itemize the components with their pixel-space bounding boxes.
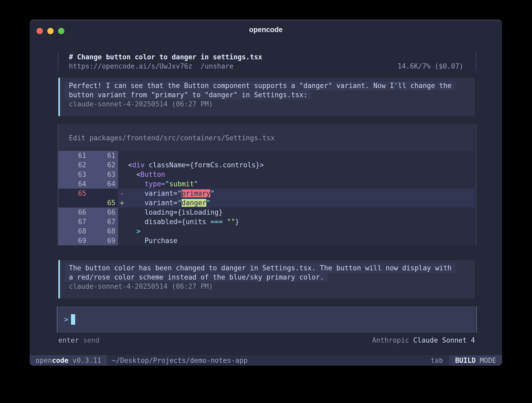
old-line-number: 69 bbox=[58, 236, 86, 245]
model-provider: Anthropic bbox=[372, 336, 409, 344]
message-body: The button color has been changed to dan… bbox=[60, 264, 475, 282]
prompt-symbol: > bbox=[64, 316, 68, 323]
message-line: Perfect! I can see that the Button compo… bbox=[65, 81, 456, 90]
old-line-number: 65 bbox=[58, 189, 86, 198]
line-number-gutter: 6363 bbox=[58, 170, 118, 179]
old-line-number: 61 bbox=[58, 151, 86, 160]
new-line-number: 63 bbox=[86, 170, 115, 179]
session-subline: https://opencode.ai/s/UwJxv76z /unshare … bbox=[69, 62, 475, 71]
line-number-gutter: 6464 bbox=[58, 179, 118, 189]
line-number-gutter: 65 bbox=[58, 198, 118, 208]
hint-key: enter bbox=[58, 336, 79, 344]
model-name: Claude Sonnet 4 bbox=[413, 336, 475, 344]
mode-label-bold: BUILD bbox=[455, 357, 475, 364]
hint-action: send bbox=[83, 336, 100, 344]
new-line-number bbox=[86, 189, 115, 198]
session-header: # Change button color to danger in setti… bbox=[58, 53, 475, 71]
line-number-gutter: 65 bbox=[58, 189, 118, 198]
divider bbox=[58, 124, 58, 245]
assistant-message: Perfect! I can see that the Button compo… bbox=[58, 78, 475, 116]
message-line: button variant from "primary" to "danger… bbox=[65, 90, 312, 100]
diff-row: 65- variant="primary" bbox=[58, 189, 475, 198]
old-line-number: 62 bbox=[58, 160, 86, 170]
share-url-line: https://opencode.ai/s/UwJxv76z /unshare bbox=[69, 62, 233, 71]
new-line-number: 64 bbox=[86, 179, 115, 189]
hint-row: enter send Anthropic Claude Sonnet 4 bbox=[58, 336, 475, 344]
message-meta: claude-sonnet-4-20250514 (06:27 PM) bbox=[69, 282, 475, 291]
diff-row: 6363 <Button bbox=[58, 170, 475, 179]
tab-key-hint[interactable]: tab bbox=[431, 357, 443, 364]
edit-file-title: Edit packages/frontend/src/containers/Se… bbox=[58, 124, 475, 151]
line-number-gutter: 6969 bbox=[58, 236, 118, 245]
new-line-number: 69 bbox=[86, 236, 115, 245]
text-cursor bbox=[71, 314, 75, 325]
divider bbox=[476, 124, 477, 245]
unshare-command[interactable]: /unshare bbox=[201, 62, 233, 70]
diff-code-line bbox=[118, 151, 120, 160]
mode-chip[interactable]: BUILD MODE bbox=[449, 355, 502, 366]
new-line-number: 62 bbox=[86, 160, 115, 170]
diff-code-line: loading={isLoading} bbox=[118, 208, 223, 217]
diff-row: 6262 <div className={formCs.controls}> bbox=[58, 160, 475, 170]
diff-row: 6969 Purchase bbox=[58, 236, 475, 245]
diff-code-line: + variant="danger" bbox=[118, 198, 210, 208]
brand-open: open bbox=[35, 357, 52, 364]
diff-code-line: disabled={units === ""} bbox=[118, 217, 239, 226]
message-meta: claude-sonnet-4-20250514 (06:27 PM) bbox=[69, 100, 475, 109]
line-number-gutter: 6767 bbox=[58, 217, 118, 226]
old-line-number: 67 bbox=[58, 217, 86, 226]
diff-code-line: <Button bbox=[118, 170, 165, 179]
context-stats: 14.6K/7% ($0.07) bbox=[398, 62, 463, 71]
line-number-gutter: 6868 bbox=[58, 226, 118, 236]
diff-code-line: type="submit" bbox=[118, 179, 198, 189]
terminal-content: # Change button color to danger in setti… bbox=[58, 53, 475, 344]
divider bbox=[476, 53, 477, 71]
window-title: opencode bbox=[30, 26, 502, 34]
diff-view: 61616262 <div className={formCs.controls… bbox=[58, 151, 475, 245]
model-indicator: Anthropic Claude Sonnet 4 bbox=[372, 336, 475, 344]
new-line-number: 68 bbox=[86, 226, 115, 236]
enter-hint: enter send bbox=[58, 336, 100, 344]
message-line: The button color has been changed to dan… bbox=[65, 264, 456, 273]
opencode-window: opencode # Change button color to danger… bbox=[30, 20, 502, 366]
diff-row: 6767 disabled={units === ""} bbox=[58, 217, 475, 226]
diff-code-line: Purchase bbox=[118, 236, 177, 245]
old-line-number: 68 bbox=[58, 226, 86, 236]
mode-label-rest: MODE bbox=[476, 357, 496, 364]
message-line: a red/rose color scheme instead of the b… bbox=[65, 273, 328, 282]
diff-row: 6161 bbox=[58, 151, 475, 160]
old-line-number: 63 bbox=[58, 170, 86, 179]
divider bbox=[476, 306, 477, 333]
edit-tool-block: Edit packages/frontend/src/containers/Se… bbox=[58, 124, 475, 245]
divider bbox=[57, 306, 58, 333]
line-number-gutter: 6262 bbox=[58, 160, 118, 170]
new-line-number: 67 bbox=[86, 217, 115, 226]
new-line-number: 65 bbox=[86, 198, 115, 208]
diff-row: 6666 loading={isLoading} bbox=[58, 208, 475, 217]
share-url[interactable]: https://opencode.ai/s/UwJxv76z bbox=[69, 62, 192, 70]
session-title: # Change button color to danger in setti… bbox=[69, 53, 475, 62]
diff-code-line: > bbox=[118, 226, 140, 236]
line-number-gutter: 6161 bbox=[58, 151, 118, 160]
diff-code-line: - variant="primary" bbox=[118, 189, 214, 198]
working-directory: ~/Desktop/Projects/demo-notes-app bbox=[112, 357, 248, 364]
diff-row: 6464 type="submit" bbox=[58, 179, 475, 189]
brand-code: code bbox=[52, 357, 69, 364]
app-version: v0.3.11 bbox=[68, 357, 101, 364]
message-body: Perfect! I can see that the Button compo… bbox=[60, 81, 475, 100]
diff-row: 6868 > bbox=[58, 226, 475, 236]
status-bar: opencode v0.3.11 ~/Desktop/Projects/demo… bbox=[30, 355, 502, 366]
assistant-message: The button color has been changed to dan… bbox=[58, 260, 475, 298]
window-titlebar: opencode bbox=[30, 20, 502, 53]
diff-row: 65+ variant="danger" bbox=[58, 198, 475, 208]
new-line-number: 61 bbox=[86, 151, 115, 160]
prompt-input[interactable]: > bbox=[58, 306, 475, 333]
old-line-number: 64 bbox=[58, 179, 86, 189]
diff-code-line: <div className={formCs.controls}> bbox=[118, 160, 264, 170]
line-number-gutter: 6666 bbox=[58, 208, 118, 217]
app-version-chip: opencode v0.3.11 bbox=[30, 355, 107, 366]
old-line-number bbox=[58, 198, 86, 208]
new-line-number: 66 bbox=[86, 208, 115, 217]
divider bbox=[58, 53, 58, 71]
old-line-number: 66 bbox=[58, 208, 86, 217]
